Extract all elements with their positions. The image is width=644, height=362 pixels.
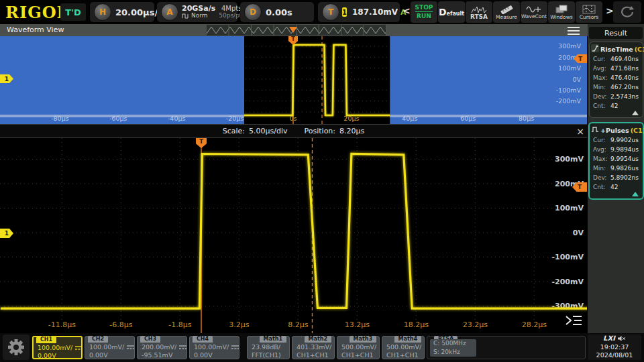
t-knob[interactable]: T (322, 3, 339, 21)
overview-time-label: -40μs (168, 115, 186, 122)
windows-icon (555, 5, 568, 14)
channel-tab[interactable]: CH3 (140, 336, 160, 343)
measurement-row: Cur:469.40ns (590, 54, 643, 64)
h-knob[interactable]: H (94, 3, 111, 21)
main-time-label: -6.8μs (109, 320, 132, 329)
measure-button[interactable]: Measure (493, 1, 520, 23)
toolbar-scroll-left[interactable]: < (402, 5, 411, 16)
rigol-logo: RIGOL (5, 3, 68, 22)
trigger-level-value: 187.10mV (352, 7, 398, 17)
system-time: 19:02:37 (588, 343, 641, 352)
math-tab[interactable]: Math1 (260, 336, 286, 343)
settings-gear-button[interactable] (3, 335, 30, 360)
close-zoom-icon[interactable]: × (574, 125, 586, 137)
overview-volt-label: 300mV (558, 42, 581, 50)
overview-time-label: -80μs (51, 115, 69, 122)
overview-volt-label: 0V (572, 76, 581, 83)
a-knob[interactable]: A (161, 3, 178, 21)
d-knob[interactable]: D (244, 3, 262, 21)
measurement-row: Max:9.9954us (590, 154, 643, 164)
trigger-source-badge: 1 (342, 7, 347, 17)
channel-tab[interactable]: CH2 (88, 336, 108, 343)
math-tab[interactable]: Math3 (350, 336, 376, 343)
menu-icon[interactable] (568, 27, 580, 35)
refresh-cycle-icon (619, 5, 635, 19)
rtsa-button[interactable]: RTSA (466, 1, 492, 23)
measurement-card-risetime[interactable]: RiseTime(C1)Cur:469.40nsAvg:471.68nsMax:… (589, 42, 643, 118)
main-volt-label: -100mV (551, 253, 584, 261)
system-date: 2024/08/01 (588, 351, 641, 360)
zoom-scale-text: Scale:5.00μs/div Position:8.20μs (0, 127, 587, 135)
pulses-icon (591, 125, 599, 135)
unzoomed-region-right (390, 36, 587, 124)
toolbar-scroll-right[interactable]: > (606, 5, 614, 16)
window-titlebar[interactable]: Waveform View (0, 24, 644, 36)
rtsa-values: C: 500MHz S: 20kHz (430, 339, 476, 357)
channel-box-ch4[interactable]: CH4100.00mV/0.00V (189, 336, 239, 359)
math-box-math3[interactable]: Math3500.00mV/CH1+CH1 (337, 336, 380, 359)
channel-offset: 0.00V (38, 352, 56, 359)
math-box-math4[interactable]: Math4500.00mV/CH1+CH1 (382, 336, 425, 359)
unzoomed-region-left (0, 36, 244, 124)
view-menu-expand-icon[interactable] (564, 314, 584, 327)
trigger-control[interactable]: T 1 187.10mV A (318, 2, 400, 22)
zoom-scale-bar: Scale:5.00μs/div Position:8.20μs × (0, 124, 587, 138)
channel-offset: 0.00V (194, 351, 213, 359)
math-tab[interactable]: Math2 (305, 336, 331, 343)
channel-box-ch3[interactable]: CH3200.00mV/Ω-95.51mV (137, 336, 187, 359)
main-volt-label: 100mV (555, 204, 584, 213)
system-status-box[interactable]: LXI 19:02:37 2024/08/01 (588, 335, 641, 360)
speaker-muted-icon (617, 335, 626, 342)
math-box-math2[interactable]: Math2401.33mV/CH1+CH1 (292, 336, 335, 359)
math-value: 500.00mV/ (341, 343, 376, 351)
delay-control[interactable]: D 0.00s (240, 2, 314, 22)
measurement-row: Avg:471.68ns (590, 64, 643, 73)
channel-box-ch1[interactable]: CH1100.00mV/Ω0.00V (32, 336, 83, 359)
measurement-row: Avg:9.9894us (590, 145, 643, 154)
windows-button[interactable]: Windows (548, 1, 575, 23)
measurement-row: Min:9.9826us (590, 164, 643, 173)
overview-time-label: -20μs (226, 115, 244, 122)
math-box-math1[interactable]: Math123.98dB/FFT(CH1) (247, 336, 290, 359)
zoom-overview-view: -80μs-60μs-40μs-20μs0s20μs40μs60μs80μs30… (0, 36, 587, 124)
math-expression: FFT(CH1) (252, 351, 281, 359)
math-value: 23.98dB/ (252, 343, 280, 351)
measurement-name: +Pulses (600, 127, 629, 134)
channel-tab[interactable]: CH4 (193, 336, 213, 343)
collapse-triangle-icon[interactable] (632, 192, 639, 196)
ruler-icon (499, 5, 514, 14)
measurement-card-pulses[interactable]: +Pulses(C1)Cur:9.9902usAvg:9.9894usMax:9… (588, 122, 644, 200)
horizontal-scale-value: 20.00μs/ (115, 7, 158, 17)
memory-depth: 4Mpts (221, 5, 241, 12)
math-tab[interactable]: Math4 (394, 336, 421, 343)
channel-scale: 100.00mV/ (194, 343, 229, 351)
channel-box-ch2[interactable]: CH2100.00mV/0.00V (85, 336, 135, 359)
wave-icon (526, 5, 542, 13)
channel-scale: 100.00mV/ (38, 344, 72, 351)
default-button[interactable]: Default (438, 1, 465, 23)
overview-plot: -80μs-60μs-40μs-20μs0s20μs40μs60μs80μs30… (0, 36, 587, 124)
overview-time-label: 0s (290, 115, 297, 122)
acquire-mode: Norm (191, 12, 208, 19)
horizontal-scale-control[interactable]: H 20.00μs/ (90, 2, 154, 22)
math-expression: CH1+CH1 (297, 351, 329, 359)
acquire-control[interactable]: A 20GSa/s Norm 4Mpts 50ps/pt (157, 2, 237, 22)
channel-offset: 0.00V (89, 351, 108, 359)
cursors-button[interactable]: Cursors (576, 1, 602, 23)
overview-time-label: 80μs (519, 115, 534, 122)
dc-coupling-icon (74, 345, 83, 351)
cursors-icon (582, 5, 596, 14)
self-check-button[interactable] (613, 1, 641, 23)
measurement-channel: (C1) (631, 127, 644, 134)
gear-icon (6, 337, 26, 357)
overview-time-label: 60μs (460, 115, 476, 122)
channel-tab[interactable]: CH1 (36, 337, 56, 343)
rtsa-span: S: 20kHz (433, 348, 476, 357)
rtsa-status-box[interactable]: RTSA C: 500MHz S: 20kHz (427, 336, 586, 359)
stop-run-button[interactable]: STOP RUN (411, 1, 437, 23)
record-navigator[interactable] (207, 25, 386, 36)
wavecont-button[interactable]: WaveCont (521, 1, 547, 23)
collapse-triangle-icon[interactable] (632, 111, 639, 115)
dc-coupling-icon (231, 345, 239, 350)
window-title: Waveform View (7, 25, 64, 34)
